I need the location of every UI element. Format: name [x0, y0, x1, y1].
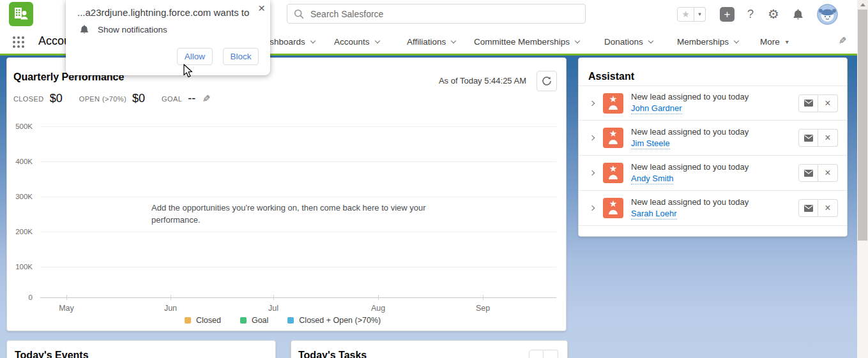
legend-item-closed: Closed: [185, 316, 221, 325]
lead-name-link[interactable]: Jim Steele: [631, 138, 670, 149]
x-tick-label: May: [52, 304, 80, 313]
assistant-row: ★ New lead assigned to you today Andy Sm…: [579, 156, 847, 191]
favorites-star-button[interactable]: ★: [677, 7, 694, 22]
y-tick-label: 300K: [7, 193, 33, 200]
refresh-icon: [542, 76, 552, 86]
close-icon: ×: [825, 203, 830, 213]
x-axis-line: [40, 297, 556, 298]
lead-icon: ★: [603, 198, 623, 218]
x-tick-label: Aug: [364, 304, 392, 313]
todays-tasks-card: Today's Tasks: [291, 340, 568, 358]
lead-icon: ★: [603, 163, 623, 183]
building-person-logo-icon: [13, 6, 29, 22]
assistant-row-text: New lead assigned to you today: [631, 92, 749, 101]
todays-tasks-title: Today's Tasks: [298, 350, 367, 358]
gridline: [40, 161, 556, 162]
app-launcher-icon[interactable]: [13, 36, 24, 48]
page-scrollbar[interactable]: [857, 0, 868, 358]
metric-value: --: [188, 92, 195, 105]
lead-name-link[interactable]: Andy Smith: [631, 174, 673, 184]
assistant-row-text: New lead assigned to you today: [631, 127, 749, 137]
search-input[interactable]: [310, 9, 579, 19]
allow-button[interactable]: Allow: [177, 48, 213, 65]
performance-metrics: CLOSED $0 OPEN (>70%) $0 GOAL -- ✎: [13, 92, 211, 105]
chevron-down-icon[interactable]: [575, 38, 580, 43]
expand-chevron-right-icon[interactable]: [590, 101, 594, 105]
legend-swatch: [287, 317, 294, 324]
chart-legend: Closed Goal Closed + Open (>70%): [185, 316, 381, 325]
expand-chevron-right-icon[interactable]: [590, 206, 594, 210]
chevron-down-icon[interactable]: [648, 38, 653, 43]
dismiss-button[interactable]: ×: [818, 164, 838, 182]
global-search[interactable]: [287, 4, 586, 24]
scrollbar-thumb[interactable]: [858, 10, 867, 241]
notifications-bell-button[interactable]: [792, 8, 804, 20]
chevron-down-icon[interactable]: [451, 38, 456, 43]
legend-item-goal: Goal: [240, 316, 268, 325]
edit-goal-pencil-icon[interactable]: ✎: [202, 93, 211, 105]
assistant-row: ★ New lead assigned to you today Jim Ste…: [579, 121, 847, 156]
dismiss-button[interactable]: ×: [818, 129, 838, 147]
tab-memberships[interactable]: Memberships: [677, 37, 738, 47]
help-button[interactable]: ?: [747, 8, 754, 21]
gridline: [40, 197, 556, 197]
chevron-down-icon[interactable]: [734, 38, 739, 43]
assistant-card: Assistant ★ New lead assigned to you tod…: [578, 57, 848, 237]
favorites-dropdown-button[interactable]: ▾: [694, 7, 706, 22]
envelope-icon: [804, 205, 813, 212]
tab-accounts[interactable]: Accounts: [334, 37, 379, 47]
search-icon: [294, 9, 304, 19]
lead-name-link[interactable]: John Gardner: [631, 103, 682, 114]
email-button[interactable]: [798, 129, 818, 147]
browser-notification-permission-popup: ...a23rdjune.lightning.force.com wants t…: [66, 0, 270, 75]
bell-icon: [79, 24, 89, 34]
assistant-title: Assistant: [588, 71, 634, 82]
legend-swatch: [240, 317, 247, 324]
tab-label: Accounts: [334, 37, 370, 47]
tab-donations[interactable]: Donations: [604, 37, 653, 47]
lead-name-link[interactable]: Sarah Loehr: [631, 209, 677, 220]
caret-down-icon: ▾: [698, 11, 701, 17]
metric-value: $0: [132, 92, 145, 105]
legend-label: Closed + Open (>70%): [299, 316, 381, 325]
assistant-row-text: New lead assigned to you today: [631, 162, 749, 172]
metric-value: $0: [50, 92, 63, 105]
user-avatar[interactable]: [817, 4, 838, 25]
tasks-refresh-button[interactable]: [544, 350, 558, 358]
assistant-list: ★ New lead assigned to you today John Ga…: [579, 86, 847, 226]
metric-label: CLOSED: [13, 95, 44, 103]
close-icon: ×: [825, 168, 830, 178]
mouse-cursor: [183, 64, 194, 79]
chevron-down-icon[interactable]: [374, 38, 379, 43]
x-tick-label: Sep: [469, 304, 497, 313]
dismiss-button[interactable]: ×: [818, 199, 838, 217]
tab-affiliations[interactable]: Affiliations: [407, 37, 455, 47]
envelope-icon: [804, 135, 813, 142]
gridline: [40, 232, 556, 232]
chart-empty-state-message: Add the opportunities you're working on,…: [149, 201, 448, 228]
close-icon: ×: [825, 98, 830, 108]
chevron-down-icon[interactable]: [310, 38, 316, 43]
y-tick-label: 200K: [7, 228, 33, 235]
tab-committee-memberships[interactable]: Committee Memberships: [474, 37, 579, 47]
scrollbar-up-button[interactable]: [857, 0, 868, 10]
popup-close-icon[interactable]: ×: [258, 1, 265, 15]
y-tick-label: 400K: [7, 158, 33, 165]
setup-gear-button[interactable]: ⚙: [768, 8, 779, 20]
dismiss-button[interactable]: ×: [818, 94, 838, 112]
expand-chevron-right-icon[interactable]: [590, 171, 594, 175]
email-button[interactable]: [798, 164, 818, 182]
tab-more[interactable]: More ▾: [760, 37, 789, 47]
x-tick: [483, 295, 483, 300]
block-button[interactable]: Block: [223, 48, 259, 65]
refresh-button[interactable]: [537, 71, 557, 91]
expand-chevron-right-icon[interactable]: [590, 136, 594, 140]
email-button[interactable]: [798, 199, 818, 217]
edit-navigation-pencil-icon[interactable]: ✎: [839, 35, 847, 47]
global-new-button[interactable]: +: [720, 7, 735, 22]
y-tick-label: 500K: [7, 123, 33, 130]
email-button[interactable]: [798, 94, 818, 112]
favorites-group: ★ ▾: [677, 7, 706, 22]
permission-label: Show notifications: [98, 25, 167, 34]
tasks-filter-button[interactable]: [529, 350, 544, 358]
